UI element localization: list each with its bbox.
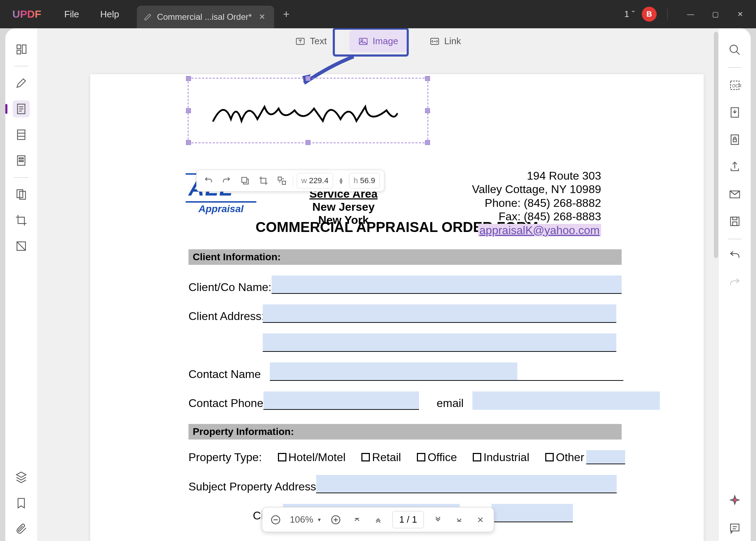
company-email[interactable]: appraisalK@yahoo.com [478,224,601,237]
height-input[interactable]: h56.9 [349,173,380,188]
section-property-info: Property Information: [188,424,622,440]
replace-button[interactable] [274,173,289,188]
resize-handle-bm[interactable] [306,140,310,145]
tab-close-button[interactable]: ✕ [257,12,267,22]
new-tab-button[interactable]: + [274,8,298,21]
menu-help[interactable]: Help [90,0,130,28]
prev-page-button[interactable] [371,513,385,527]
label-contact-name: Contact Name [188,368,270,381]
close-controls-button[interactable] [473,513,487,527]
checkbox-industrial[interactable] [473,453,481,461]
last-page-button[interactable] [452,513,466,527]
field-contact-phone[interactable] [263,391,419,410]
extract-button[interactable] [238,173,252,188]
document-tab[interactable]: Commercial ...isal Order* ✕ [137,6,274,28]
checkbox-retail[interactable] [361,453,370,461]
text-tool[interactable]: Text [286,30,335,52]
section-client-info: Client Information: [188,249,622,265]
undo-icon[interactable] [726,248,743,265]
close-button[interactable]: ✕ [728,7,752,21]
email-icon[interactable] [726,186,743,203]
page-indicator[interactable]: 1 / 1 [392,511,424,528]
resize-handle-br[interactable] [425,140,430,145]
window-counter[interactable]: 1 ˇ [624,9,635,19]
field-zip[interactable] [492,504,573,522]
user-avatar[interactable]: B [642,7,657,22]
company-address: 194 Route 303 Valley Cottage, NY 10989 P… [472,169,601,237]
svg-point-28 [730,45,738,53]
save-icon[interactable] [726,213,743,230]
vertical-scrollbar[interactable] [714,32,718,258]
field-contact-name[interactable] [270,362,517,381]
form-tool-icon[interactable] [13,152,30,169]
edit-toolbar: Text Image Link [286,30,470,52]
field-client-address-2[interactable] [263,333,616,352]
ocr-icon[interactable]: OCR [726,77,743,94]
resize-handle-tl[interactable] [186,76,191,81]
resize-handle-tm[interactable] [306,76,310,81]
counter-value: 1 [624,9,629,19]
svg-line-13 [17,242,25,250]
first-page-button[interactable] [350,513,364,527]
field-subject-address[interactable] [316,475,617,493]
label-email: email [437,397,464,410]
label-client-address: Client Address: [188,310,270,323]
checkbox-office[interactable] [417,453,425,461]
field-client-address[interactable] [263,304,616,323]
image-tool[interactable]: Image [349,30,407,52]
edit-tool-icon[interactable] [13,100,30,117]
crop-button[interactable] [256,173,271,188]
image-icon [358,36,368,47]
rotate-right-button[interactable] [219,173,234,188]
chevron-down-icon: ˇ [632,9,635,19]
comment-list-icon[interactable] [726,520,743,537]
svg-rect-1 [17,50,21,54]
field-other[interactable] [586,450,625,464]
resize-handle-tr[interactable] [425,76,430,81]
zoom-level[interactable]: 106%▼ [290,514,322,525]
image-tool-label: Image [373,36,398,47]
bookmark-icon[interactable] [13,495,30,512]
svg-rect-33 [731,135,739,145]
svg-rect-39 [731,524,739,531]
field-email[interactable] [472,391,660,410]
search-icon[interactable] [726,41,743,58]
link-icon [429,36,440,47]
svg-rect-38 [733,222,737,226]
protect-icon[interactable] [726,131,743,148]
maximize-button[interactable]: ▢ [703,7,728,21]
convert-icon[interactable] [726,104,743,121]
next-page-button[interactable] [431,513,445,527]
ai-icon[interactable] [726,493,743,510]
link-tool[interactable]: Link [421,30,470,52]
crop-tool-icon[interactable] [13,212,30,229]
rotate-left-button[interactable] [201,173,216,188]
app-logo: UPDF [0,8,54,20]
svg-rect-0 [17,45,21,49]
zoom-out-button[interactable] [269,513,283,527]
width-input[interactable]: w229.4 [297,173,333,188]
checkbox-hotel[interactable] [278,453,286,461]
resize-handle-bl[interactable] [186,140,191,145]
thumbnails-icon[interactable] [13,41,30,58]
menu-file[interactable]: File [54,0,90,28]
zoom-in-button[interactable] [329,513,343,527]
share-icon[interactable] [726,158,743,175]
redo-icon[interactable] [726,275,743,292]
resize-handle-ml[interactable] [186,108,191,113]
field-client-name[interactable] [272,275,622,294]
page-tool-icon[interactable] [13,126,30,143]
svg-rect-2 [22,45,26,53]
attachment-icon[interactable] [13,520,30,537]
w-value: 229.4 [309,176,328,185]
canvas-area[interactable]: Text Image Link [37,28,719,541]
redact-tool-icon[interactable] [13,238,30,255]
checkbox-other[interactable] [545,453,554,461]
selected-image[interactable] [188,78,428,143]
comment-tool-icon[interactable] [13,75,30,92]
minimize-button[interactable]: — [678,7,703,21]
resize-handle-mr[interactable] [425,108,430,113]
layers-icon[interactable] [13,469,30,486]
organize-pages-icon[interactable] [13,186,30,203]
dim-stepper[interactable]: ▴▾ [339,177,343,184]
